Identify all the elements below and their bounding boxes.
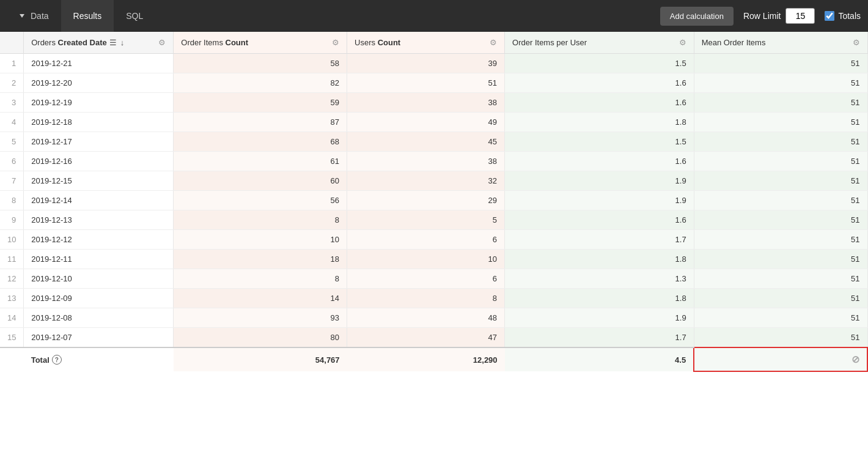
row-num: 2 — [0, 73, 24, 93]
row-users: 29 — [347, 191, 505, 210]
row-num: 10 — [0, 230, 24, 250]
row-items-per-user: 1.8 — [505, 113, 694, 132]
row-mean: 51 — [694, 250, 867, 269]
row-mean: 51 — [694, 308, 867, 328]
row-mean: 51 — [694, 210, 867, 230]
row-date: 2019-12-09 — [24, 289, 174, 308]
row-order-items: 10 — [174, 230, 347, 250]
col-date-label: Orders Created Date — [31, 38, 107, 47]
col-users-gear-icon[interactable]: ⚙ — [490, 38, 497, 47]
row-num: 12 — [0, 269, 24, 289]
total-items-per-user: 4.5 — [505, 347, 694, 371]
total-text: Total — [31, 355, 50, 365]
row-num: 5 — [0, 132, 24, 152]
total-label-cell: Total ? — [24, 347, 174, 371]
row-limit-input[interactable] — [785, 8, 815, 24]
row-date: 2019-12-08 — [24, 308, 174, 328]
col-header-date: Orders Created Date ☰ ↓ ⚙ — [24, 32, 174, 54]
col-header-items-per-user: Order Items per User ⚙ — [505, 32, 694, 54]
row-users: 5 — [347, 210, 505, 230]
row-users: 6 — [347, 269, 505, 289]
row-order-items: 60 — [174, 171, 347, 191]
row-date: 2019-12-10 — [24, 269, 174, 289]
row-order-items: 56 — [174, 191, 347, 210]
row-users: 39 — [347, 54, 505, 73]
row-order-items: 14 — [174, 289, 347, 308]
row-users: 32 — [347, 171, 505, 191]
table-row: 3 2019-12-19 59 38 1.6 51 — [0, 93, 867, 113]
row-order-items: 87 — [174, 113, 347, 132]
row-limit-label: Row Limit — [743, 11, 781, 21]
row-users: 49 — [347, 113, 505, 132]
table-header-row: Orders Created Date ☰ ↓ ⚙ Order Items Co… — [0, 32, 867, 54]
col-items-per-user-gear-icon[interactable]: ⚙ — [679, 38, 686, 47]
col-header-num — [0, 32, 24, 54]
table-row: 2 2019-12-20 82 51 1.6 51 — [0, 73, 867, 93]
total-row-num — [0, 347, 24, 371]
col-order-items-gear-icon[interactable]: ⚙ — [332, 38, 339, 47]
row-order-items: 8 — [174, 269, 347, 289]
row-num: 7 — [0, 171, 24, 191]
row-items-per-user: 1.3 — [505, 269, 694, 289]
row-mean: 51 — [694, 73, 867, 93]
row-mean: 51 — [694, 171, 867, 191]
row-date: 2019-12-21 — [24, 54, 174, 73]
row-date: 2019-12-18 — [24, 113, 174, 132]
total-order-items: 54,767 — [174, 347, 347, 371]
row-num: 14 — [0, 308, 24, 328]
row-num: 13 — [0, 289, 24, 308]
row-order-items: 18 — [174, 250, 347, 269]
col-items-per-user-label: Order Items per User — [512, 38, 587, 47]
row-items-per-user: 1.9 — [505, 171, 694, 191]
row-users: 10 — [347, 250, 505, 269]
row-mean: 51 — [694, 230, 867, 250]
tab-sql[interactable]: SQL — [114, 0, 155, 32]
row-mean: 51 — [694, 289, 867, 308]
table-row: 7 2019-12-15 60 32 1.9 51 — [0, 171, 867, 191]
sort-desc-icon[interactable]: ↓ — [120, 38, 125, 47]
table-row: 4 2019-12-18 87 49 1.8 51 — [0, 113, 867, 132]
table-footer: Total ? 54,767 12,290 4.5 ⊘ — [0, 347, 867, 371]
row-date: 2019-12-20 — [24, 73, 174, 93]
row-users: 45 — [347, 132, 505, 152]
null-icon: ⊘ — [851, 354, 859, 365]
row-order-items: 59 — [174, 93, 347, 113]
table-row: 10 2019-12-12 10 6 1.7 51 — [0, 230, 867, 250]
tab-results-label: Results — [73, 11, 102, 21]
filter-icon[interactable]: ☰ — [109, 38, 117, 47]
row-items-per-user: 1.8 — [505, 289, 694, 308]
table-row: 5 2019-12-17 68 45 1.5 51 — [0, 132, 867, 152]
totals-checkbox[interactable] — [825, 11, 834, 21]
row-users: 6 — [347, 230, 505, 250]
chevron-down-icon — [20, 14, 24, 18]
tab-data-label: Data — [31, 11, 49, 21]
toolbar: Data Results SQL Add calculation Row Lim… — [0, 0, 868, 32]
row-num: 11 — [0, 250, 24, 269]
row-users: 51 — [347, 73, 505, 93]
row-date: 2019-12-15 — [24, 171, 174, 191]
row-mean: 51 — [694, 93, 867, 113]
totals-section: Totals — [825, 11, 861, 21]
row-order-items: 8 — [174, 210, 347, 230]
col-header-mean-order-items: Mean Order Items ⚙ — [694, 32, 867, 54]
row-items-per-user: 1.6 — [505, 73, 694, 93]
tab-data[interactable]: Data — [7, 0, 61, 32]
col-mean-gear-icon[interactable]: ⚙ — [853, 38, 860, 47]
row-num: 9 — [0, 210, 24, 230]
add-calculation-button[interactable]: Add calculation — [660, 7, 734, 26]
row-num: 6 — [0, 152, 24, 171]
row-users: 38 — [347, 93, 505, 113]
total-info-icon[interactable]: ? — [52, 355, 62, 365]
row-order-items: 68 — [174, 132, 347, 152]
row-mean: 51 — [694, 269, 867, 289]
row-items-per-user: 1.7 — [505, 328, 694, 348]
totals-label: Totals — [838, 11, 861, 21]
table-row: 6 2019-12-16 61 38 1.6 51 — [0, 152, 867, 171]
results-table-container: Orders Created Date ☰ ↓ ⚙ Order Items Co… — [0, 32, 868, 372]
table-row: 13 2019-12-09 14 8 1.8 51 — [0, 289, 867, 308]
table-row: 11 2019-12-11 18 10 1.8 51 — [0, 250, 867, 269]
tab-sql-label: SQL — [126, 11, 143, 21]
col-date-gear-icon[interactable]: ⚙ — [158, 38, 166, 47]
row-order-items: 61 — [174, 152, 347, 171]
tab-results[interactable]: Results — [61, 0, 114, 32]
